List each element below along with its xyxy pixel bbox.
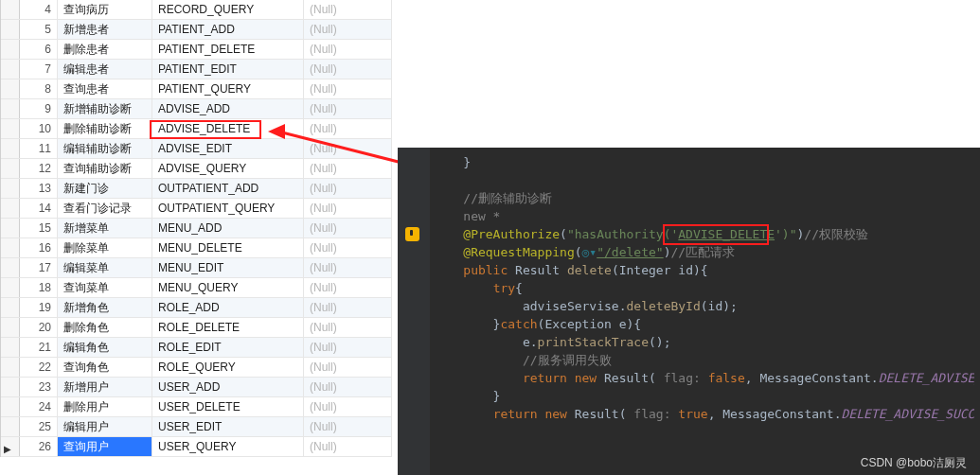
null-cell[interactable]: (Null) xyxy=(304,119,392,138)
perm-key-cell[interactable]: MENU_ADD xyxy=(152,219,304,238)
perm-name-cell[interactable]: 查询菜单 xyxy=(58,278,152,297)
table-row[interactable]: 10删除辅助诊断ADVISE_DELETE(Null) xyxy=(1,119,392,139)
null-cell[interactable]: (Null) xyxy=(304,0,392,19)
perm-name-cell[interactable]: 查询辅助诊断 xyxy=(58,159,152,178)
row-gutter xyxy=(1,258,20,277)
null-cell[interactable]: (Null) xyxy=(304,258,392,277)
editor-gutter xyxy=(398,148,430,475)
perm-key-cell[interactable]: RECORD_QUERY xyxy=(152,0,304,19)
table-row[interactable]: 19新增角色ROLE_ADD(Null) xyxy=(1,298,392,318)
perm-name-cell[interactable]: 删除辅助诊断 xyxy=(58,119,152,138)
perm-key-cell[interactable]: ROLE_QUERY xyxy=(152,358,304,377)
null-cell[interactable]: (Null) xyxy=(304,20,392,39)
perm-name-cell[interactable]: 删除角色 xyxy=(58,318,152,337)
table-row[interactable]: 13新建门诊OUTPATIENT_ADD(Null) xyxy=(1,179,392,199)
perm-name-cell[interactable]: 查询角色 xyxy=(58,358,152,377)
perm-key-cell[interactable]: ROLE_DELETE xyxy=(152,318,304,337)
perm-name-cell[interactable]: 编辑菜单 xyxy=(58,258,152,277)
perm-name-cell[interactable]: 删除用户 xyxy=(58,397,152,416)
table-row[interactable]: 26查询用户USER_QUERY(Null) xyxy=(1,437,392,457)
perm-key-cell[interactable]: ROLE_EDIT xyxy=(152,338,304,357)
perm-key-cell[interactable]: USER_DELETE xyxy=(152,397,304,416)
perm-name-cell[interactable]: 查询患者 xyxy=(58,79,152,98)
perm-key-cell[interactable]: MENU_DELETE xyxy=(152,238,304,257)
table-row[interactable]: 12查询辅助诊断ADVISE_QUERY(Null) xyxy=(1,159,392,179)
table-row[interactable]: 14查看门诊记录OUTPATIENT_QUERY(Null) xyxy=(1,199,392,219)
perm-name-cell[interactable]: 查询用户 xyxy=(58,437,152,456)
perm-key-cell[interactable]: ADVISE_QUERY xyxy=(152,159,304,178)
perm-key-cell[interactable]: MENU_QUERY xyxy=(152,278,304,297)
perm-key-cell[interactable]: OUTPATIENT_QUERY xyxy=(152,199,304,218)
null-cell[interactable]: (Null) xyxy=(304,219,392,238)
perm-key-cell[interactable]: ROLE_ADD xyxy=(152,298,304,317)
null-cell[interactable]: (Null) xyxy=(304,298,392,317)
table-row[interactable]: 8查询患者PATIENT_QUERY(Null) xyxy=(1,79,392,99)
table-row[interactable]: 17编辑菜单MENU_EDIT(Null) xyxy=(1,258,392,278)
row-gutter xyxy=(1,20,20,39)
null-cell[interactable]: (Null) xyxy=(304,358,392,377)
perm-key-cell[interactable]: USER_EDIT xyxy=(152,417,304,436)
perm-key-cell[interactable]: ADVISE_EDIT xyxy=(152,139,304,158)
table-row[interactable]: 9新增辅助诊断ADVISE_ADD(Null) xyxy=(1,99,392,119)
perm-key-cell[interactable]: PATIENT_ADD xyxy=(152,20,304,39)
row-number: 22 xyxy=(20,358,58,377)
perm-key-cell[interactable]: PATIENT_DELETE xyxy=(152,40,304,59)
table-row[interactable]: 21编辑角色ROLE_EDIT(Null) xyxy=(1,338,392,358)
null-cell[interactable]: (Null) xyxy=(304,199,392,218)
perm-name-cell[interactable]: 编辑辅助诊断 xyxy=(58,139,152,158)
perm-name-cell[interactable]: 查询病历 xyxy=(58,0,152,19)
table-row[interactable]: 23新增用户USER_ADD(Null) xyxy=(1,378,392,397)
table-row[interactable]: 22查询角色ROLE_QUERY(Null) xyxy=(1,358,392,378)
null-cell[interactable]: (Null) xyxy=(304,338,392,357)
perm-name-cell[interactable]: 新建门诊 xyxy=(58,179,152,198)
perm-name-cell[interactable]: 编辑用户 xyxy=(58,417,152,436)
perm-name-cell[interactable]: 编辑患者 xyxy=(58,60,152,79)
row-gutter xyxy=(1,60,20,79)
null-cell[interactable]: (Null) xyxy=(304,318,392,337)
perm-key-cell[interactable]: PATIENT_EDIT xyxy=(152,60,304,79)
perm-name-cell[interactable]: 新增角色 xyxy=(58,298,152,317)
perm-name-cell[interactable]: 新增患者 xyxy=(58,20,152,39)
table-row[interactable]: 6删除患者PATIENT_DELETE(Null) xyxy=(1,40,392,60)
perm-name-cell[interactable]: 新增辅助诊断 xyxy=(58,99,152,118)
null-cell[interactable]: (Null) xyxy=(304,79,392,98)
table-row[interactable]: 16删除菜单MENU_DELETE(Null) xyxy=(1,238,392,258)
code-editor[interactable]: } //删除辅助诊断 new * @PreAuthorize("hasAutho… xyxy=(398,148,980,475)
perm-name-cell[interactable]: 新增用户 xyxy=(58,378,152,396)
null-cell[interactable]: (Null) xyxy=(304,417,392,436)
perm-key-cell[interactable]: USER_QUERY xyxy=(152,437,304,456)
row-number: 8 xyxy=(20,79,58,98)
null-cell[interactable]: (Null) xyxy=(304,60,392,79)
perm-name-cell[interactable]: 删除患者 xyxy=(58,40,152,59)
null-cell[interactable]: (Null) xyxy=(304,437,392,456)
perm-key-cell[interactable]: ADVISE_ADD xyxy=(152,99,304,118)
null-cell[interactable]: (Null) xyxy=(304,40,392,59)
null-cell[interactable]: (Null) xyxy=(304,179,392,198)
perm-key-cell[interactable]: PATIENT_QUERY xyxy=(152,79,304,98)
intention-bulb-icon[interactable] xyxy=(405,227,419,241)
table-row[interactable]: 5新增患者PATIENT_ADD(Null) xyxy=(1,20,392,40)
table-row[interactable]: 11编辑辅助诊断ADVISE_EDIT(Null) xyxy=(1,139,392,159)
perm-name-cell[interactable]: 编辑角色 xyxy=(58,338,152,357)
perm-key-cell[interactable]: MENU_EDIT xyxy=(152,258,304,277)
perm-name-cell[interactable]: 删除菜单 xyxy=(58,238,152,257)
perm-name-cell[interactable]: 查看门诊记录 xyxy=(58,199,152,218)
table-row[interactable]: 25编辑用户USER_EDIT(Null) xyxy=(1,417,392,437)
null-cell[interactable]: (Null) xyxy=(304,278,392,297)
null-cell[interactable]: (Null) xyxy=(304,99,392,118)
perm-name-cell[interactable]: 新增菜单 xyxy=(58,219,152,238)
table-row[interactable]: 24删除用户USER_DELETE(Null) xyxy=(1,397,392,417)
table-row[interactable]: 18查询菜单MENU_QUERY(Null) xyxy=(1,278,392,298)
table-row[interactable]: 4查询病历RECORD_QUERY(Null) xyxy=(1,0,392,20)
permission-table[interactable]: 4查询病历RECORD_QUERY(Null)5新增患者PATIENT_ADD(… xyxy=(0,0,392,457)
table-row[interactable]: 20删除角色ROLE_DELETE(Null) xyxy=(1,318,392,338)
perm-key-cell[interactable]: OUTPATIENT_ADD xyxy=(152,179,304,198)
null-cell[interactable]: (Null) xyxy=(304,159,392,178)
null-cell[interactable]: (Null) xyxy=(304,238,392,257)
null-cell[interactable]: (Null) xyxy=(304,397,392,416)
perm-key-cell[interactable]: USER_ADD xyxy=(152,378,304,396)
row-number: 4 xyxy=(20,0,58,19)
null-cell[interactable]: (Null) xyxy=(304,378,392,396)
table-row[interactable]: 7编辑患者PATIENT_EDIT(Null) xyxy=(1,60,392,79)
table-row[interactable]: 15新增菜单MENU_ADD(Null) xyxy=(1,219,392,238)
